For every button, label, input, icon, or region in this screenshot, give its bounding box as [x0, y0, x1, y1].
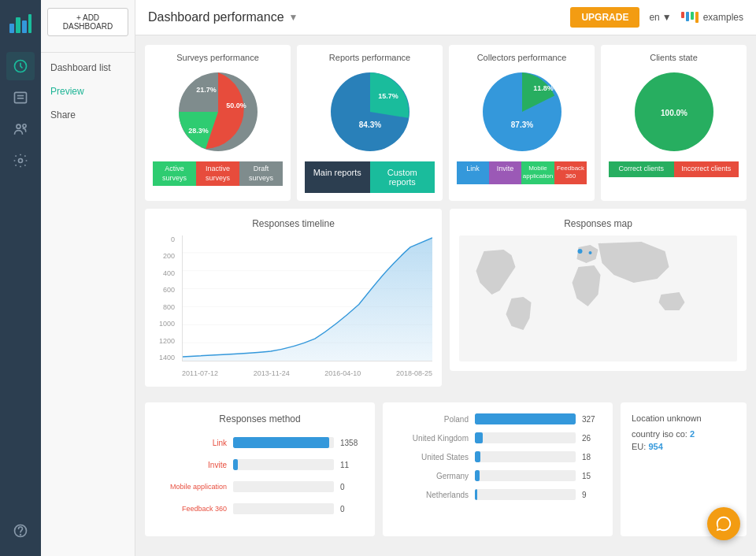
country-name-us: United States — [394, 453, 469, 461]
svg-text:100.0%: 100.0% — [661, 109, 687, 117]
country-name-netherlands: Netherlands — [394, 491, 469, 499]
sidebar-icon-help[interactable] — [6, 517, 35, 545]
cards-row: Surveys performance 50.0% 28.3% 21.7% — [145, 45, 747, 201]
method-row-mobile: Mobile application 0 — [156, 481, 364, 492]
nav-preview[interactable]: Preview — [41, 80, 135, 103]
custom-reports-tab[interactable]: Custom reports — [370, 161, 435, 193]
location-eu: EU: 954 — [632, 442, 736, 451]
svg-rect-0 — [9, 24, 14, 33]
method-bar-feedback — [233, 503, 334, 514]
method-value-invite: 11 — [340, 461, 364, 469]
method-title: Responses method — [156, 413, 364, 424]
chat-button[interactable] — [707, 507, 740, 540]
svg-point-10 — [19, 159, 23, 163]
map-card: Responses map — [450, 209, 747, 371]
collectors-legend: Link Invite Mobileapplication Feedback36… — [457, 161, 587, 184]
main-area: Dashboard performance ▼ UPGRADE en ▼ exa… — [135, 0, 756, 556]
collectors-performance-card: Collectors performance 87.3% 11.8% Link … — [449, 45, 595, 201]
svg-text:50.0%: 50.0% — [226, 102, 246, 109]
country-row-netherlands: Netherlands 9 — [394, 489, 602, 500]
chart-plot — [182, 235, 432, 361]
surveys-pie: 50.0% 28.3% 21.7% — [153, 69, 283, 155]
location-country-iso: country iso co: 2 — [632, 429, 736, 439]
surveys-card-title: Surveys performance — [153, 53, 283, 62]
map-section: Responses map — [450, 209, 747, 395]
clients-pie: 100.0% — [609, 69, 739, 155]
add-dashboard-button[interactable]: + ADD DASHBOARD — [47, 8, 128, 36]
svg-text:15.7%: 15.7% — [378, 92, 398, 100]
method-row-feedback: Feedback 360 0 — [156, 503, 364, 514]
country-row-us: United States 18 — [394, 451, 602, 462]
world-map — [459, 235, 737, 361]
method-bar-link — [233, 437, 334, 448]
legend-active-surveys: Activesurveys — [153, 161, 196, 186]
examples-link[interactable]: examples — [681, 12, 743, 23]
location-unknown-title: Location unknown — [632, 413, 736, 423]
legend-link: Link — [457, 161, 489, 184]
title-dropdown-arrow[interactable]: ▼ — [289, 12, 298, 23]
chart-icon — [681, 12, 699, 23]
svg-point-12 — [20, 535, 21, 536]
app-logo — [6, 8, 35, 36]
top-bar: Dashboard performance ▼ UPGRADE en ▼ exa… — [135, 0, 756, 35]
legend-mobile: Mobileapplication — [521, 161, 554, 184]
method-label-mobile: Mobile application — [156, 483, 227, 491]
left-panel: + ADD DASHBOARD Dashboard list Preview S… — [41, 0, 135, 556]
sidebar-icon-settings[interactable] — [6, 146, 35, 175]
svg-rect-2 — [22, 20, 27, 33]
upgrade-button[interactable]: UPGRADE — [570, 7, 639, 28]
reports-tabs: Main reports Custom reports — [305, 161, 435, 193]
country-name-uk: United Kingdom — [394, 434, 469, 443]
clients-state-card: Clients state 100.0% Correct clients Inc… — [601, 45, 747, 201]
map-title: Responses map — [459, 218, 737, 229]
svg-point-8 — [17, 124, 20, 128]
svg-point-30 — [578, 249, 583, 254]
method-bar-mobile — [233, 481, 334, 492]
collectors-card-title: Collectors performance — [457, 53, 587, 62]
method-label-feedback: Feedback 360 — [156, 505, 227, 513]
timeline-title: Responses timeline — [154, 218, 432, 229]
svg-text:21.7%: 21.7% — [196, 86, 217, 94]
dashboard-title: Dashboard performance ▼ — [148, 10, 298, 24]
nav-dashboard-list[interactable]: Dashboard list — [41, 56, 135, 80]
lang-dropdown-arrow: ▼ — [662, 12, 672, 23]
countries-section: Poland 327 United Kingdom 26 United Stat… — [383, 402, 613, 536]
x-axis-labels: 2011-07-12 2013-11-24 2016-04-10 2018-08… — [182, 369, 432, 377]
content-area: Surveys performance 50.0% 28.3% 21.7% — [135, 35, 756, 556]
language-selector[interactable]: en ▼ — [649, 12, 671, 23]
method-bar-invite — [233, 459, 334, 470]
reports-performance-card: Reports performance 84.3% 15.7% Main rep… — [297, 45, 443, 201]
legend-draft-surveys: Draftsurveys — [239, 161, 283, 186]
reports-pie: 84.3% 15.7% — [305, 69, 435, 155]
svg-text:28.3%: 28.3% — [188, 127, 209, 135]
country-row-poland: Poland 327 — [394, 413, 602, 424]
timeline-map-row: Responses timeline 1400 1200 1000 800 60… — [145, 209, 747, 395]
clients-card-title: Clients state — [609, 53, 739, 62]
method-row-invite: Invite 11 — [156, 459, 364, 470]
nav-share[interactable]: Share — [41, 103, 135, 127]
main-reports-tab[interactable]: Main reports — [305, 161, 370, 193]
country-row-uk: United Kingdom 26 — [394, 432, 602, 443]
sidebar-icon-list[interactable] — [6, 83, 35, 112]
legend-invite: Invite — [489, 161, 521, 184]
method-value-mobile: 0 — [340, 483, 364, 491]
svg-point-31 — [589, 251, 592, 254]
clients-legend: Correct clients Incorrect clients — [609, 161, 739, 177]
method-value-link: 1358 — [340, 439, 364, 447]
method-value-feedback: 0 — [340, 505, 364, 513]
y-axis: 1400 1200 1000 800 600 400 200 0 — [154, 235, 178, 361]
svg-rect-3 — [28, 14, 32, 33]
top-bar-right: UPGRADE en ▼ examples — [570, 7, 743, 28]
sidebar-icon-clock[interactable] — [6, 52, 35, 80]
surveys-performance-card: Surveys performance 50.0% 28.3% 21.7% — [145, 45, 291, 201]
sidebar-icon-users[interactable] — [6, 115, 35, 143]
legend-correct-clients: Correct clients — [609, 161, 674, 177]
timeline-section: Responses timeline 1400 1200 1000 800 60… — [145, 209, 442, 395]
legend-inactive-surveys: Inactivesurveys — [196, 161, 239, 186]
svg-text:87.3%: 87.3% — [510, 120, 532, 129]
sidebar — [0, 0, 41, 556]
timeline-card: Responses timeline 1400 1200 1000 800 60… — [145, 209, 442, 387]
responses-method-card: Responses method Link 1358 Invite 11 — [145, 402, 375, 536]
timeline-chart: 1400 1200 1000 800 600 400 200 0 — [154, 235, 432, 377]
legend-incorrect-clients: Incorrect clients — [674, 161, 739, 177]
